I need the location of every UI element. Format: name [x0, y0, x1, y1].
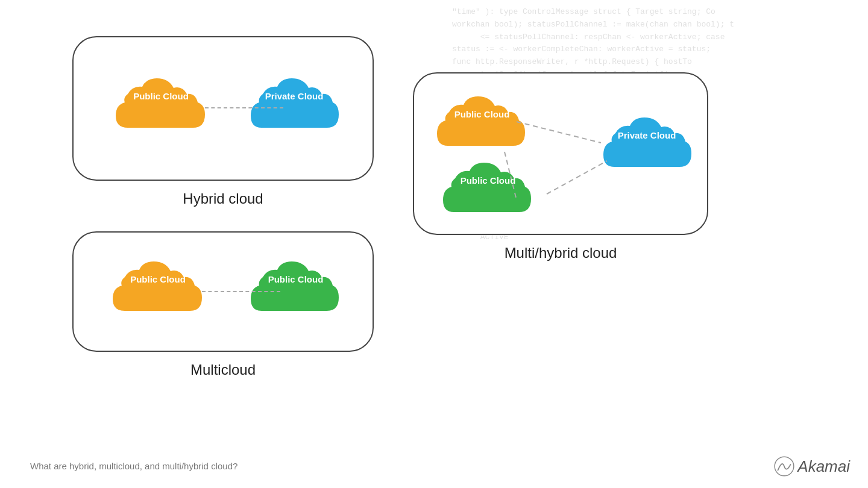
- multicloud-title: Multicloud: [190, 361, 256, 378]
- multicloud-public-cloud-2: Public Cloud: [246, 251, 345, 329]
- hybrid-private-cloud: Private Cloud: [246, 67, 342, 146]
- left-column: Public Cloud Private Cloud Hybrid cloud: [0, 0, 410, 488]
- multi-hybrid-box: Public Cloud Private Cloud: [413, 72, 708, 235]
- multicloud-dashed-line: [202, 291, 280, 292]
- hybrid-dashed-line: [205, 107, 283, 108]
- svg-line-2: [547, 161, 607, 194]
- multicloud-diagram: Public Cloud Public Cloud Multicloud: [72, 231, 374, 378]
- right-column: Public Cloud Private Cloud: [410, 0, 711, 488]
- hybrid-cloud-diagram: Public Cloud Private Cloud Hybrid cloud: [72, 36, 374, 207]
- main-content: Public Cloud Private Cloud Hybrid cloud: [0, 0, 868, 488]
- hybrid-cloud-box: Public Cloud Private Cloud: [72, 36, 374, 181]
- multi-hybrid-title: Multi/hybrid cloud: [505, 245, 617, 261]
- akamai-logo-icon: [773, 455, 795, 477]
- mh-private-cloud: Private Cloud: [599, 107, 695, 185]
- hybrid-cloud-title: Hybrid cloud: [183, 190, 263, 207]
- hybrid-public-cloud: Public Cloud: [110, 67, 212, 146]
- multicloud-public-cloud-1: Public Cloud: [107, 251, 209, 329]
- multi-hybrid-diagram: Public Cloud Private Cloud: [413, 72, 708, 261]
- bottom-caption: What are hybrid, multicloud, and multi/h…: [30, 461, 237, 471]
- mh-public-cloud-green: Public Cloud: [438, 152, 538, 230]
- multicloud-box: Public Cloud Public Cloud: [72, 231, 374, 352]
- akamai-logo-text: Akamai: [797, 457, 850, 476]
- akamai-logo: Akamai: [773, 455, 850, 477]
